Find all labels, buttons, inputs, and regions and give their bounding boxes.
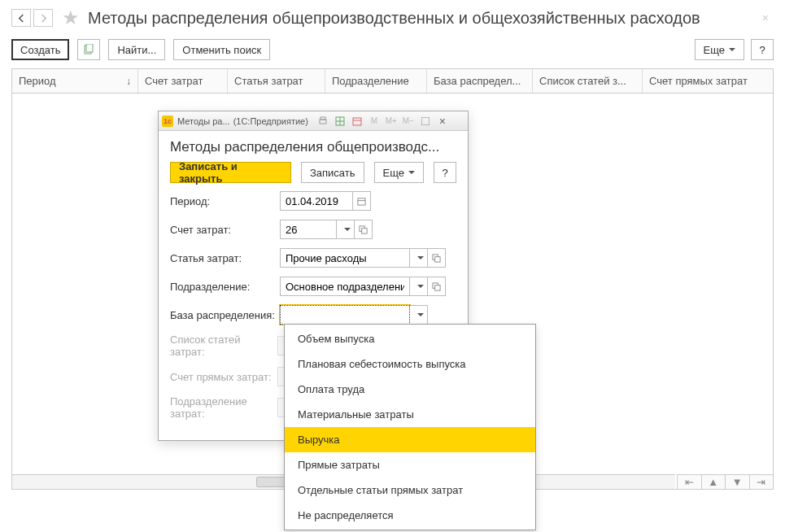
dialog-close-icon[interactable]: × — [435, 114, 450, 129]
dialog-more-button[interactable]: Еще — [374, 162, 424, 183]
dialog-m-icon[interactable]: M — [367, 114, 382, 129]
dialog-window-icon[interactable] — [418, 114, 433, 129]
dropdown-item[interactable]: Плановая себестоимость выпуска — [285, 351, 535, 377]
account-open-button[interactable] — [355, 220, 373, 239]
dept-open-button[interactable] — [428, 277, 446, 296]
dialog-titlebar: 1c Методы ра... (1С:Предприятие) M M+ M−… — [159, 111, 468, 131]
dialog-calendar-icon[interactable] — [350, 114, 364, 129]
account-label: Счет затрат: — [170, 224, 280, 236]
1c-logo-icon: 1c — [162, 116, 173, 127]
save-button[interactable]: Записать — [301, 162, 364, 183]
item-dropdown-button[interactable] — [410, 248, 428, 268]
dept-dropdown-button[interactable] — [410, 277, 428, 296]
svg-rect-9 — [421, 117, 430, 125]
base-input[interactable] — [280, 305, 410, 325]
svg-rect-17 — [435, 285, 440, 290]
svg-rect-7 — [353, 118, 361, 125]
base-dropdown-list: Объем выпускаПлановая себестоимость выпу… — [284, 324, 536, 530]
base-label: База распределения: — [170, 309, 280, 321]
dialog-toolbar: Записать и закрыть Записать Еще ? — [159, 162, 468, 191]
item-open-button[interactable] — [428, 248, 446, 268]
dropdown-item[interactable]: Отдельные статьи прямых затрат — [285, 477, 535, 503]
item-input[interactable] — [280, 248, 410, 268]
svg-rect-13 — [362, 228, 367, 233]
dialog-calc-icon[interactable] — [333, 114, 347, 129]
dialog-window-title-right: (1С:Предприятие) — [233, 116, 308, 126]
dialog-mminus-icon[interactable]: M− — [401, 114, 416, 129]
base-dropdown-button[interactable] — [410, 305, 428, 325]
field-dept: Подразделение: — [170, 277, 456, 296]
svg-rect-10 — [358, 198, 365, 204]
dropdown-item[interactable]: Прямые затраты — [285, 452, 535, 477]
direct-account-label: Счет прямых затрат: — [170, 371, 277, 383]
dialog-window-title-left: Методы ра... — [177, 116, 230, 126]
dialog-mplus-icon[interactable]: M+ — [384, 114, 399, 129]
items-list-label: Список статей затрат: — [170, 334, 277, 358]
chevron-down-icon — [408, 171, 415, 174]
period-input[interactable] — [280, 191, 353, 211]
dialog-caption: Методы распределения общепроизводс... — [159, 131, 468, 162]
dept-input[interactable] — [280, 277, 410, 296]
dropdown-item[interactable]: Материальные затраты — [285, 402, 535, 427]
svg-rect-3 — [321, 117, 325, 120]
field-base: База распределения: — [170, 305, 456, 325]
svg-rect-2 — [320, 120, 326, 124]
period-calendar-button[interactable] — [353, 191, 371, 211]
cost-dept-label: Подразделение затрат: — [170, 395, 277, 420]
account-dropdown-button[interactable] — [337, 220, 355, 239]
dropdown-item[interactable]: Выручка — [285, 427, 535, 452]
dialog-layer: 1c Методы ра... (1С:Предприятие) M M+ M−… — [0, 0, 785, 532]
account-input[interactable] — [280, 220, 337, 239]
dropdown-item[interactable]: Оплата труда — [285, 377, 535, 402]
dept-label: Подразделение: — [170, 281, 280, 293]
save-and-close-button[interactable]: Записать и закрыть — [170, 162, 291, 183]
period-label: Период: — [170, 195, 280, 207]
dropdown-item[interactable]: Не распределяется — [285, 503, 535, 528]
dropdown-item[interactable]: Объем выпуска — [285, 326, 535, 351]
dialog-print-icon[interactable] — [316, 114, 330, 129]
field-period: Период: — [170, 191, 456, 211]
field-item: Статья затрат: — [170, 248, 456, 268]
svg-rect-15 — [435, 256, 440, 261]
field-account: Счет затрат: — [170, 220, 456, 239]
item-label: Статья затрат: — [170, 252, 280, 264]
dialog-help-button[interactable]: ? — [434, 162, 456, 183]
